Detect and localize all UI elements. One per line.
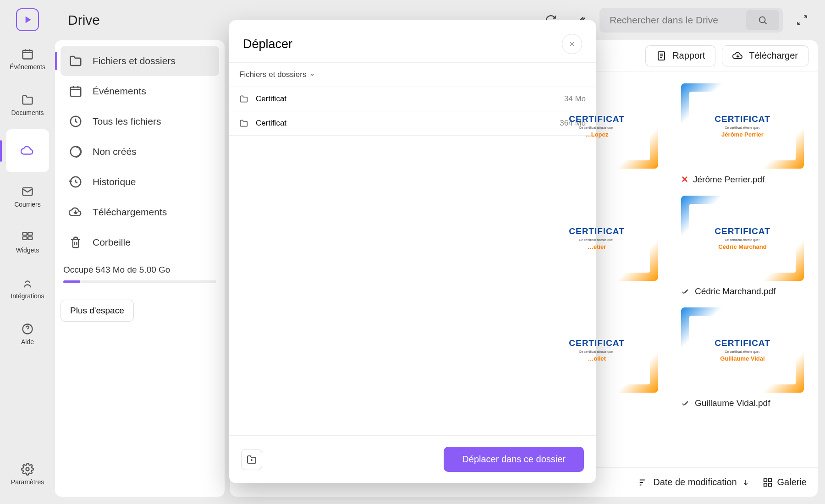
progress-icon bbox=[69, 145, 82, 159]
cert-title: CERTIFICAT bbox=[569, 338, 625, 348]
new-folder-button[interactable] bbox=[241, 449, 262, 470]
file-thumbnail: CERTIFICAT Ce certificat atteste que : J… bbox=[681, 83, 804, 169]
file-name: Jérôme Perrier.pdf bbox=[693, 175, 764, 185]
cert-name: Guillaume Vidal bbox=[715, 355, 770, 362]
sidebar-item-notcreated[interactable]: Non créés bbox=[60, 137, 219, 167]
sidebar-item-downloads[interactable]: Téléchargements bbox=[60, 197, 219, 227]
download-label: Télécharger bbox=[749, 50, 798, 61]
sort-icon bbox=[638, 477, 649, 488]
expand-icon bbox=[796, 14, 808, 26]
file-card[interactable]: CERTIFICAT Ce certificat atteste que : C… bbox=[681, 196, 804, 296]
storage-info: Occupé 543 Mo de 5.00 Go bbox=[60, 257, 219, 290]
folder-size: 34 Mo bbox=[564, 94, 586, 104]
search-input[interactable] bbox=[610, 15, 746, 26]
app-logo[interactable] bbox=[16, 8, 39, 31]
check-icon bbox=[681, 287, 690, 296]
rail-documents[interactable]: Documents bbox=[6, 83, 49, 126]
rail-integrations[interactable]: Intégrations bbox=[6, 267, 49, 310]
rail-mail[interactable]: Courriers bbox=[6, 175, 49, 218]
report-button[interactable]: Rapport bbox=[645, 45, 715, 66]
sidebar: Fichiers et dossiers Événements Tous les… bbox=[55, 40, 225, 497]
rail-label: Événements bbox=[10, 63, 45, 71]
rail-label: Documents bbox=[11, 109, 44, 116]
sidebar-item-trash[interactable]: Corbeille bbox=[60, 227, 219, 257]
svg-rect-3 bbox=[28, 233, 32, 236]
rail-widgets[interactable]: Widgets bbox=[6, 221, 49, 264]
cert-name: …etier bbox=[569, 243, 625, 250]
widgets-icon bbox=[21, 231, 34, 244]
svg-rect-0 bbox=[23, 50, 33, 59]
report-label: Rapport bbox=[672, 50, 705, 61]
search-field[interactable] bbox=[600, 8, 783, 33]
download-icon bbox=[732, 50, 743, 61]
svg-point-8 bbox=[759, 17, 765, 23]
logo-icon bbox=[22, 14, 33, 26]
error-icon: ✕ bbox=[681, 174, 688, 185]
sidebar-item-events[interactable]: Événements bbox=[60, 76, 219, 106]
file-name: Guillaume Vidal.pdf bbox=[695, 398, 770, 408]
sidebar-item-files[interactable]: Fichiers et dossiers bbox=[60, 46, 219, 76]
rail-settings[interactable]: Paramètres bbox=[6, 453, 49, 496]
modal-folder-list: Certificat 34 Mo Certificat 364 Mo bbox=[229, 87, 596, 435]
svg-rect-15 bbox=[764, 483, 766, 486]
folder-name: Certificat bbox=[256, 94, 557, 104]
file-name-row: Guillaume Vidal.pdf bbox=[681, 398, 804, 408]
calendar-icon bbox=[69, 84, 82, 98]
expand-button[interactable] bbox=[792, 10, 812, 30]
cloud-icon bbox=[21, 144, 34, 158]
nav-rail: Événements Documents Courriers Widgets I… bbox=[0, 0, 55, 504]
modal-breadcrumb[interactable]: Fichiers et dossiers bbox=[229, 63, 596, 87]
sidebar-item-history[interactable]: Historique bbox=[60, 167, 219, 197]
folder-plus-icon bbox=[246, 454, 257, 465]
file-name: Cédric Marchand.pdf bbox=[695, 286, 776, 296]
integration-icon bbox=[21, 277, 34, 290]
view-button[interactable]: Galerie bbox=[763, 477, 807, 488]
search-icon bbox=[758, 15, 768, 25]
modal-title: Déplacer bbox=[243, 37, 292, 51]
file-card[interactable]: CERTIFICAT Ce certificat atteste que : G… bbox=[681, 307, 804, 408]
trash-icon bbox=[69, 236, 82, 249]
file-name-row: ✕ Jérôme Perrier.pdf bbox=[681, 174, 804, 185]
rail-events[interactable]: Événements bbox=[6, 38, 49, 81]
more-space-button[interactable]: Plus d'espace bbox=[60, 300, 134, 322]
arrow-down-icon bbox=[742, 478, 750, 487]
file-name-row: Cédric Marchand.pdf bbox=[681, 286, 804, 296]
svg-rect-2 bbox=[23, 233, 27, 236]
rail-label: Aide bbox=[21, 338, 34, 345]
sort-label: Date de modification bbox=[653, 477, 737, 488]
svg-rect-5 bbox=[28, 237, 32, 240]
view-label: Galerie bbox=[777, 477, 807, 488]
rail-drive[interactable] bbox=[6, 129, 49, 172]
cert-sub: Ce certificat atteste que : bbox=[569, 350, 625, 353]
sort-button[interactable]: Date de modification bbox=[638, 477, 749, 488]
chevron-down-icon bbox=[309, 71, 315, 78]
storage-text: Occupé 543 Mo de 5.00 Go bbox=[63, 265, 216, 275]
download-button[interactable]: Télécharger bbox=[722, 45, 808, 66]
svg-point-7 bbox=[26, 468, 29, 471]
check-icon bbox=[681, 399, 690, 408]
storage-bar bbox=[63, 280, 216, 283]
search-button[interactable] bbox=[746, 10, 779, 30]
sidebar-item-all[interactable]: Tous les fichiers bbox=[60, 106, 219, 137]
file-thumbnail: CERTIFICAT Ce certificat atteste que : G… bbox=[681, 307, 804, 393]
report-icon bbox=[656, 50, 667, 61]
sidebar-label: Téléchargements bbox=[93, 207, 167, 218]
calendar-icon bbox=[21, 48, 34, 60]
modal-close-button[interactable] bbox=[562, 34, 582, 54]
rail-label: Courriers bbox=[14, 201, 41, 208]
svg-rect-16 bbox=[768, 483, 771, 486]
cert-sub: Ce certificat atteste que : bbox=[715, 350, 770, 353]
modal-folder-row[interactable]: Certificat 364 Mo bbox=[229, 111, 596, 136]
sidebar-label: Non créés bbox=[93, 146, 137, 157]
rail-help[interactable]: Aide bbox=[6, 312, 49, 356]
svg-rect-9 bbox=[71, 87, 81, 96]
rail-label: Widgets bbox=[16, 247, 39, 254]
cert-sub: Ce certificat atteste que : bbox=[569, 238, 625, 241]
file-card[interactable]: CERTIFICAT Ce certificat atteste que : J… bbox=[681, 83, 804, 185]
cert-sub: Ce certificat atteste que : bbox=[569, 126, 625, 129]
cert-title: CERTIFICAT bbox=[715, 114, 770, 124]
folder-icon bbox=[21, 93, 34, 106]
move-submit-button[interactable]: Déplacer dans ce dossier bbox=[444, 447, 584, 472]
cert-sub: Ce certificat atteste que : bbox=[715, 126, 770, 129]
modal-folder-row[interactable]: Certificat 34 Mo bbox=[229, 87, 596, 111]
